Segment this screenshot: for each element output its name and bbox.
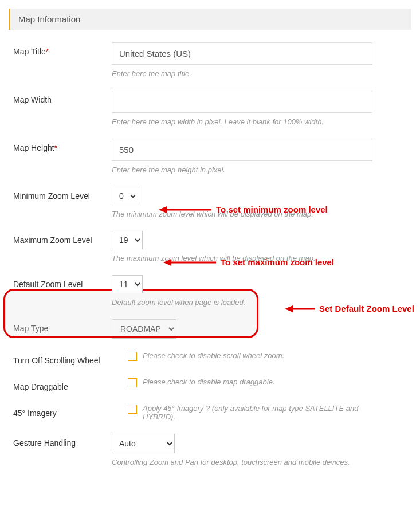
row-map-width: Map Width Enter here the map width in pi… (9, 91, 411, 126)
gesture-select[interactable]: Auto (112, 434, 175, 453)
label-draggable: Map Draggable (13, 378, 112, 391)
helper-map-height: Enter here the map height in pixel. (112, 166, 381, 174)
row-gesture: Gesture Handling Auto Controlling Zoom a… (9, 434, 411, 466)
label-map-width: Map Width (13, 91, 112, 104)
helper-map-title: Enter here the map title. (112, 69, 381, 78)
row-draggable: Map Draggable Please check to disable ma… (9, 378, 411, 391)
label-map-height: Map Height* (13, 139, 112, 152)
label-min-zoom: Minimum Zoom Level (13, 187, 112, 201)
default-zoom-select[interactable]: 11 (112, 275, 143, 293)
map-height-input[interactable] (112, 139, 372, 161)
row-min-zoom: Minimum Zoom Level 0 The minimum zoom le… (9, 187, 411, 218)
row-default-zoom: Default Zoom Level 11 Default zoom level… (9, 275, 411, 307)
map-width-input[interactable] (112, 91, 372, 113)
row-map-title: Map Title* Enter here the map title. (9, 42, 411, 78)
helper-max-zoom: The maximum zoom level which will be dis… (112, 254, 381, 262)
section-header: Map Information (9, 9, 411, 30)
row-scroll-off: Turn Off Scrolling Wheel Please check to… (9, 351, 411, 365)
helper-map-width: Enter here the map width in pixel. Leave… (112, 117, 381, 126)
row-map-height: Map Height* Enter here the map height in… (9, 139, 411, 174)
draggable-checkbox[interactable] (128, 378, 137, 387)
label-gesture: Gesture Handling (13, 434, 112, 448)
desc-draggable: Please check to disable map draggable. (143, 378, 275, 386)
desc-imagery45: Apply 45° Imagery ? (only available for … (143, 404, 381, 421)
label-map-title: Map Title* (13, 42, 112, 56)
map-type-select[interactable]: ROADMAP (112, 319, 176, 339)
map-title-input[interactable] (112, 42, 372, 65)
row-imagery45: 45° Imagery Apply 45° Imagery ? (only av… (9, 404, 411, 421)
scroll-off-checkbox[interactable] (128, 352, 137, 361)
helper-min-zoom: The minimum zoom level which will be dis… (112, 210, 381, 218)
form-container: Map Information Map Title* Enter here th… (0, 0, 420, 478)
label-scroll-off: Turn Off Scrolling Wheel (13, 351, 112, 365)
required-mark: * (46, 47, 49, 56)
row-map-type: Map Type ROADMAP (9, 319, 411, 339)
min-zoom-select[interactable]: 0 (112, 187, 138, 205)
label-map-type: Map Type (13, 319, 112, 333)
label-default-zoom: Default Zoom Level (13, 275, 112, 289)
max-zoom-select[interactable]: 19 (112, 231, 143, 249)
helper-default-zoom: Default zoom level when page is loaded. (112, 298, 381, 307)
imagery45-checkbox[interactable] (128, 405, 137, 414)
label-imagery45: 45° Imagery (13, 404, 112, 418)
helper-gesture: Controlling Zoom and Pan for desktop, to… (112, 458, 381, 466)
required-mark: * (54, 143, 57, 152)
label-max-zoom: Maximum Zoom Level (13, 231, 112, 245)
row-max-zoom: Maximum Zoom Level 19 The maximum zoom l… (9, 231, 411, 262)
desc-scroll-off: Please check to disable scroll wheel zoo… (143, 351, 284, 360)
